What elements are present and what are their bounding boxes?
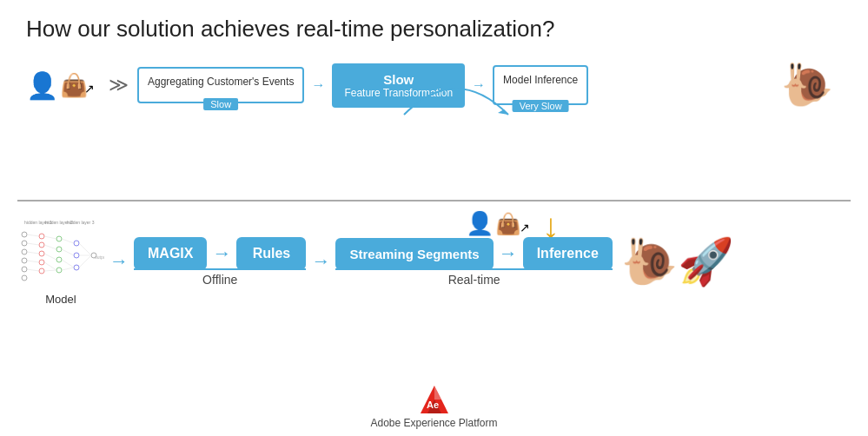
svg-point-17 bbox=[56, 257, 62, 262]
svg-point-16 bbox=[56, 247, 62, 252]
svg-line-26 bbox=[27, 252, 39, 254]
svg-point-14 bbox=[39, 268, 44, 274]
page-title: How our solution achieves real-time pers… bbox=[26, 16, 842, 43]
svg-point-18 bbox=[56, 268, 62, 273]
offline-section: MAGIX → Rules Offline bbox=[134, 237, 306, 286]
rules-box: Rules bbox=[236, 237, 306, 270]
svg-point-9 bbox=[22, 275, 27, 281]
svg-point-20 bbox=[74, 253, 79, 258]
svg-point-5 bbox=[22, 241, 27, 246]
svg-text:hidden layer 3: hidden layer 3 bbox=[67, 220, 95, 225]
model-section: hidden layer 1 hidden layer 2 hidden lay… bbox=[17, 217, 104, 306]
svg-line-24 bbox=[27, 235, 39, 236]
svg-line-29 bbox=[44, 236, 56, 239]
arrow-to-rules: → bbox=[212, 242, 231, 265]
inference-box: Inference bbox=[523, 237, 613, 270]
adobe-section: Ae Adobe Experience Platform bbox=[370, 384, 497, 429]
person-icon-top: 👤 bbox=[26, 70, 58, 101]
magix-box: MAGIX bbox=[134, 237, 207, 270]
person-bag-top: 👤 👜 ↗ bbox=[26, 70, 95, 101]
offline-label: Offline bbox=[202, 273, 237, 287]
svg-point-10 bbox=[39, 234, 44, 239]
svg-point-19 bbox=[74, 241, 79, 246]
section-divider bbox=[17, 200, 851, 201]
svg-line-30 bbox=[44, 245, 56, 249]
svg-point-4 bbox=[22, 232, 27, 237]
magix-label: MAGIX bbox=[148, 246, 193, 261]
chevron-arrow-top: ≫ bbox=[109, 74, 129, 96]
streaming-segments-label: Streaming Segments bbox=[349, 247, 479, 261]
svg-line-40 bbox=[79, 255, 91, 268]
adobe-logo-icon: Ae bbox=[419, 384, 450, 415]
snail-icon-top: 🐌 bbox=[781, 61, 833, 109]
cursor-icon-top: ↗ bbox=[84, 82, 95, 96]
svg-point-11 bbox=[39, 242, 44, 248]
slide: How our solution achieves real-time pers… bbox=[0, 0, 868, 436]
rocket-snail-icon: 🐌🚀 bbox=[621, 235, 734, 288]
svg-line-35 bbox=[62, 249, 74, 255]
arrow-to-streaming: → bbox=[311, 250, 330, 273]
realtime-section: Streaming Segments → Inference Real-time bbox=[335, 237, 612, 286]
bottom-row: hidden layer 1 hidden layer 2 hidden lay… bbox=[17, 217, 851, 306]
svg-line-37 bbox=[62, 268, 74, 270]
inference-label: Inference bbox=[537, 246, 599, 261]
svg-line-36 bbox=[62, 260, 74, 268]
bottom-path-section: hidden layer 1 hidden layer 2 hidden lay… bbox=[17, 208, 851, 306]
svg-point-12 bbox=[39, 251, 44, 256]
adobe-label: Adobe Experience Platform bbox=[370, 417, 497, 429]
neural-network-diagram: hidden layer 1 hidden layer 2 hidden lay… bbox=[17, 217, 104, 291]
offline-label-container: Offline bbox=[134, 268, 306, 287]
svg-line-27 bbox=[27, 261, 39, 262]
svg-text:Ae: Ae bbox=[427, 400, 439, 410]
svg-point-8 bbox=[22, 267, 27, 272]
svg-point-7 bbox=[22, 258, 27, 263]
realtime-label-container: Real-time bbox=[335, 268, 612, 287]
svg-line-32 bbox=[44, 262, 56, 270]
streaming-segments-box: Streaming Segments bbox=[335, 238, 493, 270]
svg-line-28 bbox=[27, 269, 39, 271]
svg-line-33 bbox=[44, 270, 56, 271]
svg-line-31 bbox=[44, 254, 56, 260]
rules-label: Rules bbox=[253, 246, 291, 261]
aggregating-box: Aggregating Customer's Events Slow bbox=[137, 67, 304, 103]
aggregating-label: Aggregating Customer's Events bbox=[148, 76, 294, 88]
arrow-to-magix: → bbox=[109, 250, 129, 273]
very-slow-badge: Very Slow bbox=[513, 100, 569, 112]
svg-marker-42 bbox=[434, 386, 441, 400]
slow-badge-aggregating: Slow bbox=[203, 98, 238, 110]
svg-line-34 bbox=[62, 239, 74, 243]
arrow-to-inference: → bbox=[499, 242, 518, 265]
svg-point-6 bbox=[22, 249, 27, 254]
svg-point-15 bbox=[56, 236, 62, 241]
svg-point-13 bbox=[39, 260, 44, 265]
svg-point-21 bbox=[74, 265, 79, 270]
svg-text:output: output bbox=[95, 254, 104, 260]
svg-line-38 bbox=[79, 243, 91, 255]
realtime-label: Real-time bbox=[448, 273, 500, 287]
svg-line-25 bbox=[27, 243, 39, 245]
arrow-top-1: → bbox=[311, 77, 325, 93]
curved-arrow-svg bbox=[395, 71, 517, 119]
model-label: Model bbox=[45, 293, 76, 306]
